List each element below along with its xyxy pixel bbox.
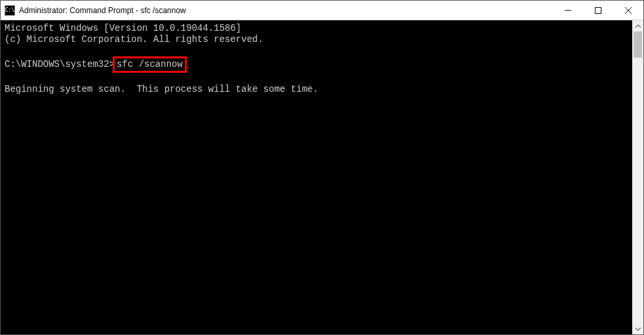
terminal-prompt: C:\WINDOWS\system32>: [5, 59, 115, 69]
maximize-button[interactable]: [583, 1, 613, 20]
command-text: sfc /scannow: [117, 59, 183, 69]
vertical-scrollbar[interactable]: [632, 20, 643, 334]
close-button[interactable]: [613, 1, 643, 20]
app-icon: C:\: [5, 5, 15, 16]
terminal-output[interactable]: Microsoft Windows [Version 10.0.19044.15…: [1, 20, 632, 334]
scroll-thumb[interactable]: [634, 31, 642, 58]
chevron-up-icon: [635, 24, 641, 29]
close-icon: [625, 7, 632, 14]
svg-rect-1: [596, 7, 601, 13]
terminal-line: Microsoft Windows [Version 10.0.19044.15…: [5, 23, 241, 33]
highlighted-command: sfc /scannow: [113, 56, 187, 73]
chevron-down-icon: [635, 326, 641, 332]
titlebar[interactable]: C:\ Administrator: Command Prompt - sfc …: [1, 1, 643, 20]
minimize-button[interactable]: [553, 1, 583, 20]
minimize-icon: [565, 7, 571, 14]
scroll-up-button[interactable]: [632, 20, 643, 31]
window-title: Administrator: Command Prompt - sfc /sca…: [19, 6, 186, 15]
scroll-track[interactable]: [632, 31, 643, 323]
maximize-icon: [595, 7, 601, 14]
scroll-down-button[interactable]: [632, 323, 643, 334]
terminal-line: (c) Microsoft Corporation. All rights re…: [5, 34, 263, 45]
terminal-status: Beginning system scan. This process will…: [5, 84, 318, 94]
command-prompt-window: C:\ Administrator: Command Prompt - sfc …: [0, 0, 644, 335]
terminal-container: Microsoft Windows [Version 10.0.19044.15…: [1, 20, 643, 334]
window-controls: [553, 1, 643, 20]
